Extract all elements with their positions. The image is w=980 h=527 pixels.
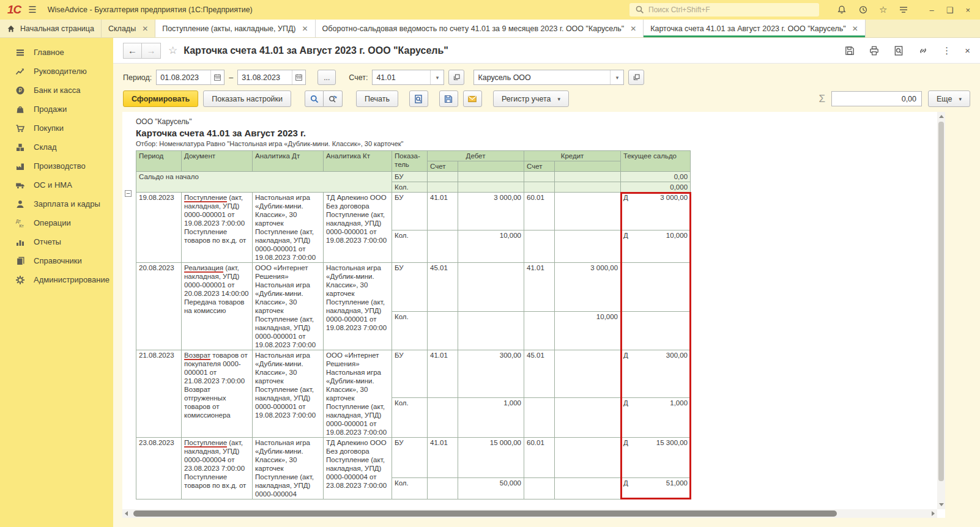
account-combo[interactable]: 41.01 ▾	[372, 70, 444, 85]
indicator-cell[interactable]: БУ	[392, 263, 428, 312]
global-search-input[interactable]: Поиск Ctrl+Shift+F	[629, 3, 819, 17]
sidebar-item-3[interactable]: Продажи	[0, 100, 113, 119]
preview-icon[interactable]	[893, 45, 904, 56]
horizontal-scroll-thumb[interactable]	[133, 510, 837, 517]
analytics-dt-cell[interactable]: Настольная игра «Дублик-мини. Классик», …	[253, 438, 324, 499]
debit-sum-cell[interactable]	[458, 263, 524, 312]
credit-account-cell[interactable]: 41.01	[524, 263, 555, 312]
debit-account-cell[interactable]	[428, 230, 458, 263]
dropdown-arrow-icon[interactable]: ▾	[430, 70, 444, 84]
sidebar-item-11[interactable]: Справочники	[0, 251, 113, 270]
debit-account-cell[interactable]: 41.01	[428, 438, 458, 478]
find-button[interactable]	[305, 90, 324, 107]
credit-sum-cell[interactable]	[555, 478, 621, 499]
sidebar-item-12[interactable]: Администрирование	[0, 270, 113, 289]
sidebar-item-1[interactable]: Руководителю	[0, 62, 113, 81]
scroll-up-arrow-icon[interactable]	[939, 115, 944, 118]
tools-menu-icon[interactable]	[899, 5, 909, 15]
credit-account-cell[interactable]	[524, 230, 555, 263]
report-cell[interactable]	[428, 182, 458, 193]
organization-open-button[interactable]	[628, 70, 644, 85]
sidebar-item-8[interactable]: Зарплата и кадры	[0, 194, 113, 213]
sidebar-item-5[interactable]: Склад	[0, 138, 113, 157]
sidebar-item-4[interactable]: Покупки	[0, 119, 113, 138]
analytics-kt-cell[interactable]: ТД Арлекино ООО Без договора Поступление…	[324, 193, 392, 263]
saldo-cell[interactable]: Д3 000,00	[621, 193, 691, 230]
document-link[interactable]: Реализация	[184, 264, 223, 273]
report-cell[interactable]	[524, 182, 555, 193]
sidebar-item-0[interactable]: Главное	[0, 43, 113, 62]
period-to-input[interactable]: 31.08.2023	[237, 70, 306, 85]
credit-account-cell[interactable]	[524, 312, 555, 350]
debit-sum-cell[interactable]: 10,000	[458, 230, 524, 263]
debit-account-cell[interactable]: 41.01	[428, 350, 458, 398]
debit-sum-cell[interactable]: 1,000	[458, 398, 524, 438]
saldo-cell[interactable]: Д51,000	[621, 478, 691, 499]
indicator-cell[interactable]: Кол.	[392, 182, 428, 193]
scroll-right-arrow-icon[interactable]	[932, 511, 935, 516]
saldo-cell[interactable]: Д1,000	[621, 398, 691, 438]
debit-account-cell[interactable]	[428, 478, 458, 499]
tab-4[interactable]: Карточка счета 41.01 за Август 2023 г. О…	[644, 20, 866, 37]
indicator-cell[interactable]: БУ	[392, 438, 428, 478]
saldo-cell[interactable]	[621, 312, 691, 350]
period-cell[interactable]: 19.08.2023	[136, 193, 182, 263]
indicator-cell[interactable]: Кол.	[392, 478, 428, 499]
document-link[interactable]: Поступление	[184, 439, 227, 448]
scroll-down-arrow-icon[interactable]	[939, 503, 944, 506]
period-from-input[interactable]: 01.08.2023	[156, 70, 225, 85]
debit-account-cell[interactable]	[428, 312, 458, 350]
report-cell[interactable]	[524, 172, 555, 182]
calendar-icon[interactable]	[210, 70, 224, 84]
account-open-button[interactable]	[448, 70, 464, 85]
saldo-cell[interactable]: Д15 300,00	[621, 438, 691, 478]
find-next-button[interactable]	[324, 90, 343, 107]
scroll-left-arrow-icon[interactable]	[125, 511, 128, 516]
vertical-scrollbar[interactable]	[937, 112, 945, 509]
opening-saldo[interactable]: 0,00	[621, 172, 691, 182]
autosum-field[interactable]: 0,00	[831, 91, 922, 106]
debit-sum-cell[interactable]: 50,000	[458, 478, 524, 499]
debit-sum-cell[interactable]: 300,00	[458, 350, 524, 398]
print-icon[interactable]	[869, 45, 880, 56]
credit-sum-cell[interactable]	[555, 350, 621, 398]
document-link[interactable]: Поступление	[184, 194, 227, 202]
organization-combo[interactable]: Карусель ООО ▾	[473, 70, 624, 85]
save-icon[interactable]	[844, 45, 855, 56]
document-cell[interactable]: Поступление (акт, накладная, УПД) 0000-0…	[182, 193, 253, 263]
document-link[interactable]: Возврат	[184, 352, 210, 360]
sidebar-item-9[interactable]: ДтКтОперации	[0, 213, 113, 232]
debit-sum-cell[interactable]	[458, 312, 524, 350]
dropdown-arrow-icon[interactable]: ▾	[610, 70, 623, 84]
debit-sum-cell[interactable]: 15 000,00	[458, 438, 524, 478]
forward-button[interactable]: →	[142, 43, 161, 59]
tab-close-icon[interactable]: ✕	[630, 24, 636, 33]
sidebar-item-2[interactable]: ₽Банк и касса	[0, 81, 113, 100]
period-cell[interactable]: 23.08.2023	[136, 438, 182, 499]
analytics-dt-cell[interactable]: ООО «Интернет Решения» Настольная игра «…	[253, 263, 324, 350]
analytics-dt-cell[interactable]: Настольная игра «Дублик-мини. Классик», …	[253, 193, 324, 263]
generate-button[interactable]: Сформировать	[123, 90, 198, 107]
tab-3[interactable]: Оборотно-сальдовая ведомость по счету 41…	[316, 20, 644, 37]
print-button[interactable]: Печать	[356, 90, 398, 107]
credit-account-cell[interactable]: 60.01	[524, 438, 555, 478]
tab-0[interactable]: Начальная страница	[0, 20, 102, 37]
analytics-kt-cell[interactable]: Настольная игра «Дублик-мини. Классик», …	[324, 263, 392, 350]
close-window-button[interactable]: ×	[965, 6, 970, 15]
indicator-cell[interactable]: БУ	[392, 350, 428, 398]
indicator-cell[interactable]: БУ	[392, 193, 428, 230]
report-cell[interactable]	[555, 172, 621, 182]
tab-close-icon[interactable]: ✕	[142, 24, 148, 33]
debit-account-cell[interactable]: 41.01	[428, 193, 458, 230]
credit-sum-cell[interactable]	[555, 193, 621, 230]
debit-account-cell[interactable]	[428, 398, 458, 438]
period-variants-button[interactable]: ...	[317, 70, 336, 85]
tab-1[interactable]: Склады✕	[102, 20, 155, 37]
horizontal-scrollbar[interactable]	[122, 509, 937, 518]
credit-account-cell[interactable]	[524, 398, 555, 438]
credit-account-cell[interactable]: 60.01	[524, 193, 555, 230]
saldo-cell[interactable]	[621, 263, 691, 312]
show-settings-button[interactable]: Показать настройки	[203, 90, 291, 107]
document-cell[interactable]: Поступление (акт, накладная, УПД) 0000-0…	[182, 438, 253, 499]
period-cell[interactable]: 20.08.2023	[136, 263, 182, 350]
